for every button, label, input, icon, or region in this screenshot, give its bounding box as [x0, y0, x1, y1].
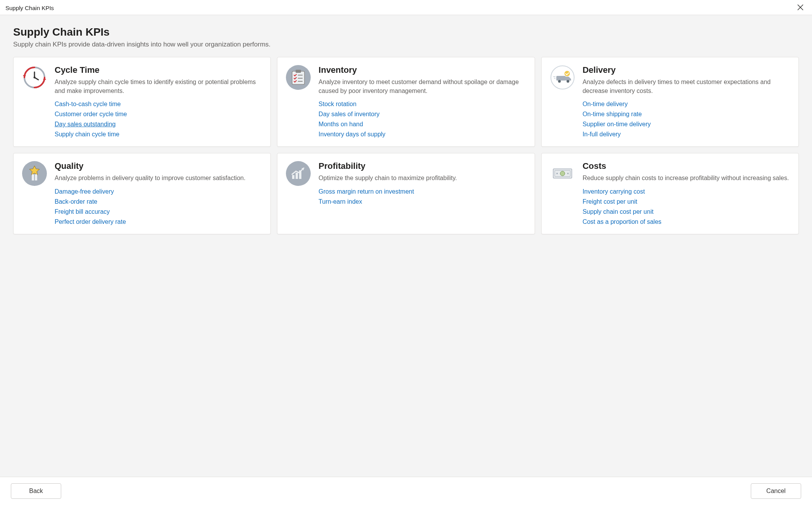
link-cash-to-cash[interactable]: Cash-to-cash cycle time [55, 101, 121, 108]
cards-grid: Cycle Time Analyze supply chain cycle ti… [13, 57, 799, 234]
link-on-time-shipping[interactable]: On-time shipping rate [583, 111, 642, 118]
svg-point-7 [34, 77, 36, 79]
card-costs: Costs Reduce supply chain costs to incre… [541, 153, 799, 234]
card-links: Gross margin return on investment Turn-e… [318, 188, 526, 205]
svg-rect-15 [556, 76, 566, 81]
link-turn-earn-index[interactable]: Turn-earn index [318, 198, 362, 205]
card-delivery: Delivery Analyze defects in delivery tim… [541, 57, 799, 147]
cancel-button[interactable]: Cancel [751, 483, 801, 499]
card-profitability: Profitability Optimize the supply chain … [277, 153, 535, 234]
card-desc: Optimize the supply chain to maximize pr… [318, 173, 526, 182]
inventory-icon [286, 65, 311, 90]
svg-point-30 [560, 171, 565, 176]
card-desc: Analyze inventory to meet customer deman… [318, 77, 526, 95]
link-supply-chain-cycle[interactable]: Supply chain cycle time [55, 131, 119, 138]
quality-icon [22, 161, 47, 186]
svg-point-31 [556, 173, 558, 174]
link-supply-chain-cost-per-unit[interactable]: Supply chain cost per unit [583, 208, 654, 215]
svg-rect-24 [292, 175, 294, 179]
link-freight-bill-accuracy[interactable]: Freight bill accuracy [55, 208, 110, 215]
svg-point-17 [566, 80, 569, 83]
card-links: Inventory carrying cost Freight cost per… [583, 188, 790, 225]
link-cost-proportion-sales[interactable]: Cost as a proportion of sales [583, 218, 662, 225]
card-links: Damage-free delivery Back-order rate Fre… [55, 188, 262, 225]
card-quality: Quality Analyze problems in delivery qua… [13, 153, 271, 234]
link-in-full-delivery[interactable]: In-full delivery [583, 131, 621, 138]
svg-marker-21 [29, 166, 40, 175]
link-back-order-rate[interactable]: Back-order rate [55, 198, 97, 205]
link-inventory-carrying-cost[interactable]: Inventory carrying cost [583, 188, 645, 195]
link-on-time-delivery[interactable]: On-time delivery [583, 101, 628, 108]
card-body: Quality Analyze problems in delivery qua… [55, 161, 262, 225]
content-area: Supply Chain KPIs Supply chain KPIs prov… [0, 15, 812, 477]
link-day-sales-outstanding[interactable]: Day sales outstanding [55, 121, 115, 128]
svg-point-16 [558, 80, 561, 83]
page-title: Supply Chain KPIs [13, 26, 799, 38]
card-title: Quality [55, 161, 262, 171]
link-gross-margin-roi[interactable]: Gross margin return on investment [318, 188, 414, 195]
link-day-sales-inventory[interactable]: Day sales of inventory [318, 111, 379, 118]
card-links: Cash-to-cash cycle time Customer order c… [55, 101, 262, 138]
svg-marker-4 [43, 77, 46, 80]
card-desc: Analyze defects in delivery times to mee… [583, 77, 790, 95]
link-inventory-days-supply[interactable]: Inventory days of supply [318, 131, 385, 138]
svg-marker-3 [23, 75, 26, 77]
delivery-icon [550, 65, 575, 90]
card-desc: Reduce supply chain costs to increase pr… [583, 173, 790, 182]
svg-rect-9 [296, 70, 301, 73]
svg-point-32 [567, 173, 569, 174]
cycle-time-icon [22, 65, 47, 90]
window-title: Supply Chain KPIs [5, 5, 54, 11]
card-title: Costs [583, 161, 790, 171]
card-title: Cycle Time [55, 65, 262, 75]
window: Supply Chain KPIs Supply Chain KPIs Supp… [0, 0, 812, 505]
link-customer-order-cycle[interactable]: Customer order cycle time [55, 111, 127, 118]
link-stock-rotation[interactable]: Stock rotation [318, 101, 356, 108]
link-freight-cost-per-unit[interactable]: Freight cost per unit [583, 198, 637, 205]
svg-rect-25 [296, 173, 298, 179]
link-perfect-order-rate[interactable]: Perfect order delivery rate [55, 218, 126, 225]
card-links: Stock rotation Day sales of inventory Mo… [318, 101, 526, 138]
titlebar: Supply Chain KPIs [0, 0, 812, 15]
card-desc: Analyze supply chain cycle times to iden… [55, 77, 262, 95]
card-body: Cycle Time Analyze supply chain cycle ti… [55, 65, 262, 138]
card-body: Costs Reduce supply chain costs to incre… [583, 161, 790, 225]
close-icon[interactable] [794, 2, 807, 13]
svg-rect-23 [35, 174, 37, 180]
costs-icon [550, 161, 575, 186]
page-subtitle: Supply chain KPIs provide data-driven in… [13, 41, 799, 48]
card-body: Inventory Analyze inventory to meet cust… [318, 65, 526, 138]
back-button[interactable]: Back [11, 483, 61, 499]
card-body: Profitability Optimize the supply chain … [318, 161, 526, 205]
footer: Back Cancel [0, 477, 812, 505]
card-title: Inventory [318, 65, 526, 75]
link-supplier-on-time[interactable]: Supplier on-time delivery [583, 121, 651, 128]
card-cycle-time: Cycle Time Analyze supply chain cycle ti… [13, 57, 271, 147]
card-desc: Analyze problems in delivery quality to … [55, 173, 262, 182]
profitability-icon [286, 161, 311, 186]
card-title: Delivery [583, 65, 790, 75]
card-body: Delivery Analyze defects in delivery tim… [583, 65, 790, 138]
link-months-on-hand[interactable]: Months on hand [318, 121, 363, 128]
card-title: Profitability [318, 161, 526, 171]
card-inventory: Inventory Analyze inventory to meet cust… [277, 57, 535, 147]
card-links: On-time delivery On-time shipping rate S… [583, 101, 790, 138]
link-damage-free[interactable]: Damage-free delivery [55, 188, 114, 195]
svg-rect-22 [32, 174, 34, 180]
